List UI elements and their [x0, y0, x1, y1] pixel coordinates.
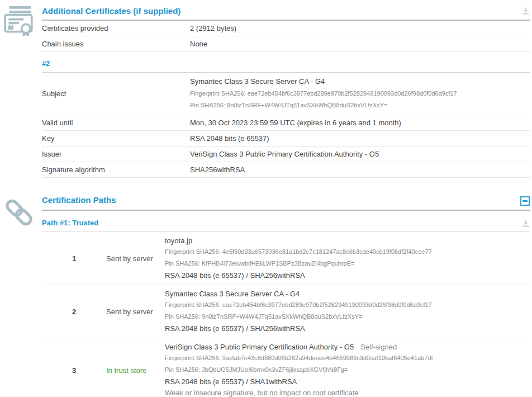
table-row: Chain issues None	[42, 36, 530, 52]
minus-collapse-icon[interactable]	[520, 196, 530, 206]
fingerprint-sha256: Fingerprint SHA256: eae72eb454bf6c3977eb…	[190, 88, 530, 100]
pin-sha256: Pin SHA256: JbQbUG5JMJUoI6brnx0x3vZF6jil…	[165, 364, 530, 376]
path-entry-row: 2 Sent by server Symantec Class 3 Secure…	[42, 285, 530, 338]
certificate-name: VeriSign Class 3 Public Primary Certific…	[165, 342, 530, 352]
row-label: Valid until	[42, 119, 190, 127]
path-entry-row: 3 In trust store VeriSign Class 3 Public…	[42, 338, 530, 397]
table-row: Valid until Mon, 30 Oct 2023 23:59:59 UT…	[42, 115, 530, 131]
additional-certificates-section: Additional Certificates (if supplied) Ce…	[0, 0, 532, 178]
path-entry-number: 3	[42, 366, 106, 375]
row-label: Key	[42, 134, 190, 143]
table-row-subject: Subject Symantec Class 3 Secure Server C…	[42, 73, 530, 115]
row-value: None	[190, 40, 530, 48]
section-title: Additional Certificates (if supplied)	[42, 6, 180, 16]
row-value: RSA 2048 bits (e 65537)	[190, 134, 530, 143]
path-entry-status: Sent by server	[106, 254, 165, 263]
fingerprint-sha256: Fingerprint SHA256: 9acfab7e43c8d880d06b…	[165, 352, 530, 364]
table-row: Certificates provided 2 (2912 bytes)	[42, 21, 530, 36]
path-title: Path #1: Trusted	[42, 219, 98, 227]
minus-bar	[522, 200, 528, 202]
certificate-icon	[0, 4, 42, 178]
key-and-signature: RSA 2048 bits (e 65537) / SHA1withRSA	[165, 376, 530, 387]
table-row: Issuer VeriSign Class 3 Public Primary C…	[42, 146, 530, 162]
certification-paths-section: Certification Paths Path #1: Trusted 1 S…	[0, 193, 532, 397]
fingerprint-sha256: Fingerprint SHA256: eae72eb454bf6c3977eb…	[165, 299, 530, 311]
certificate-name: Symantec Class 3 Secure Server CA - G4	[165, 289, 530, 299]
path-entry-status: Sent by server	[106, 308, 165, 316]
signature-warning-note: Weak or insecure signature, but no impac…	[165, 387, 530, 397]
table-row: Key RSA 2048 bits (e 65537)	[42, 131, 530, 146]
path-entry-number: 2	[42, 308, 106, 316]
section-header: Additional Certificates (if supplied)	[42, 4, 530, 21]
row-label: Certificates provided	[42, 24, 190, 32]
pin-sha256: Pin SHA256: KfFHB4I73ekwdofHEkLWF1SBPz3B…	[165, 258, 530, 270]
row-label: Subject	[42, 89, 190, 98]
path-entry-row: 1 Sent by server toyota.jp Fingerprint S…	[42, 232, 530, 285]
certificate-name: toyota.jp	[165, 235, 530, 246]
key-and-signature: RSA 2048 bits (e 65537) / SHA256withRSA	[165, 323, 530, 334]
row-label: Signature algorithm	[42, 166, 190, 174]
path-entry-status: In trust store	[106, 366, 165, 375]
certificate-name: Symantec Class 3 Secure Server CA - G4	[190, 76, 530, 87]
row-value: VeriSign Class 3 Public Primary Certific…	[190, 150, 530, 158]
pin-sha256: Pin SHA256: 9n0izTnSRF+W4W4JTq51avSXkWhQ…	[190, 100, 530, 111]
fingerprint-sha256: Fingerprint SHA256: 4e5f60d33a6573036e81…	[165, 246, 530, 258]
table-row: Signature algorithm SHA256withRSA	[42, 162, 530, 178]
row-label: Issuer	[42, 150, 190, 158]
row-value: SHA256withRSA	[190, 166, 530, 174]
self-signed-label: Self-signed	[360, 343, 397, 351]
section-header: Certification Paths	[42, 193, 530, 211]
row-value: 2 (2912 bytes)	[190, 24, 530, 32]
download-icon[interactable]	[522, 220, 530, 227]
section-title: Certification Paths	[42, 195, 116, 205]
path-header: Path #1: Trusted	[42, 219, 530, 232]
cert-number-link[interactable]: #2	[42, 59, 530, 73]
row-label: Chain issues	[42, 40, 190, 48]
download-icon[interactable]	[522, 7, 530, 15]
pin-sha256: Pin SHA256: 9n0izTnSRF+W4W4JTq51avSXkWhQ…	[165, 311, 530, 323]
chain-link-icon	[0, 193, 42, 397]
key-and-signature: RSA 2048 bits (e 65537) / SHA256withRSA	[165, 270, 530, 281]
path-entry-number: 1	[42, 254, 106, 263]
row-value: Mon, 30 Oct 2023 23:59:59 UTC (expires i…	[190, 119, 530, 127]
